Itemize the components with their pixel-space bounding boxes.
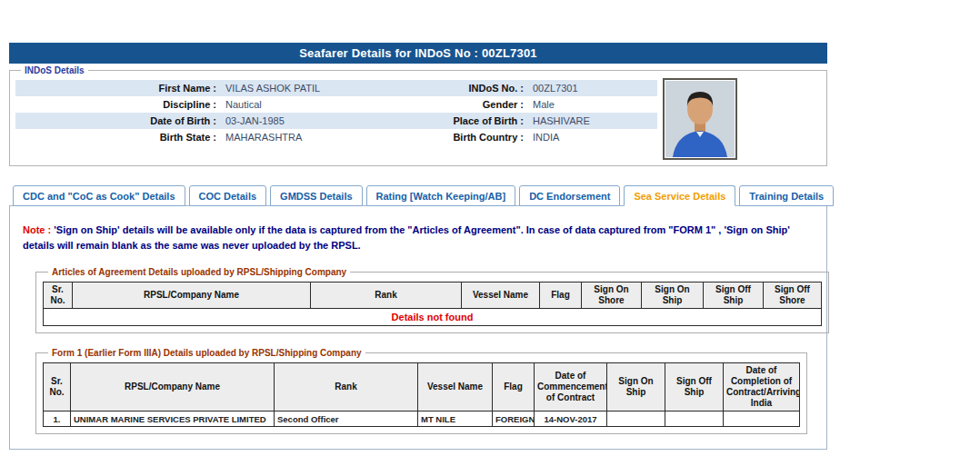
column-header: Sign On Ship — [642, 283, 704, 309]
page-title: Seafarer Details for INDoS No : 00ZL7301 — [9, 43, 827, 64]
tab-rating-watch-keeping-ab[interactable]: Rating [Watch Keeping/AB] — [366, 185, 516, 206]
field-label: Birth State : — [15, 129, 221, 145]
tab-bar: CDC and "CoC as Cook" Details COC Detail… — [9, 185, 827, 206]
indos-details-body: First Name : VILAS ASHOK PATIL INDoS No.… — [15, 78, 821, 160]
field-value: MAHARASHTRA — [221, 129, 419, 145]
field-label: First Name : — [15, 80, 221, 96]
table-row: Details not found — [44, 309, 822, 326]
field-value: VILAS ASHOK PATIL — [221, 80, 419, 96]
field-label: Place of Birth : — [419, 113, 528, 129]
column-header: Date of Completion of Contract/Arriving … — [724, 363, 800, 411]
field-value: 00ZL7301 — [528, 80, 657, 96]
column-header: Rank — [311, 283, 462, 309]
table-row: Date of Birth : 03-JAN-1985 Place of Bir… — [15, 113, 657, 129]
cell-flag: FOREIGN — [493, 411, 535, 427]
column-header: Vessel Name — [418, 363, 493, 411]
field-label: Date of Birth : — [15, 113, 221, 129]
column-header: Sign Off Ship — [665, 363, 724, 411]
portrait-photo-graphic — [665, 81, 735, 157]
column-header: Sign On Shore — [582, 283, 642, 309]
indos-details-section: INDoS Details First Name : VILAS ASHOK P… — [9, 65, 827, 166]
column-header: Sr. No. — [44, 283, 73, 309]
column-header: Rank — [275, 363, 418, 411]
field-value: HASHIVARE — [528, 113, 657, 129]
field-label: Discipline : — [15, 96, 221, 113]
tab-sea-service-details[interactable]: Sea Service Details — [624, 185, 735, 206]
column-header: Date of Commencement of Contract — [535, 363, 607, 411]
seafarer-photo — [663, 78, 737, 160]
column-header: RPSL/Company Name — [73, 283, 311, 309]
cell-rank: Second Officer — [275, 411, 418, 427]
indos-details-table: First Name : VILAS ASHOK PATIL INDoS No.… — [15, 80, 657, 145]
tab-coc-details[interactable]: COC Details — [189, 185, 267, 206]
table-row: Discipline : Nautical Gender : Male — [15, 96, 657, 113]
note-prefix: Note : — [23, 224, 51, 235]
column-header: Sign Off Ship — [704, 283, 764, 309]
field-label: Gender : — [419, 96, 528, 113]
cell-completion-date — [724, 411, 800, 427]
form1-section: Form 1 (Earlier Form IIIA) Details uploa… — [35, 348, 807, 434]
tab-cdc-coc-as-cook-details[interactable]: CDC and "CoC as Cook" Details — [13, 185, 185, 206]
note-body: 'Sign on Ship' details will be available… — [23, 224, 790, 251]
table-row: 1. UNIMAR MARINE SERVICES PRIVATE LIMITE… — [44, 411, 800, 427]
articles-of-agreement-legend: Articles of Agreement Details uploaded b… — [48, 267, 350, 277]
form1-legend: Form 1 (Earlier Form IIIA) Details uploa… — [48, 348, 365, 358]
page: Seafarer Details for INDoS No : 00ZL7301… — [0, 0, 980, 466]
field-value: Male — [528, 96, 657, 113]
column-header: Sign Off Shore — [764, 283, 822, 309]
articles-of-agreement-table: Sr. No. RPSL/Company Name Rank Vessel Na… — [43, 282, 822, 326]
note-text: Note : 'Sign on Ship' details will be av… — [23, 223, 806, 253]
cell-commencement-date: 14-NOV-2017 — [535, 411, 607, 427]
cell-vessel: MT NILE — [418, 411, 493, 427]
cell-sr-no: 1. — [44, 411, 71, 427]
empty-message: Details not found — [44, 309, 822, 326]
field-label: Birth Country : — [419, 129, 528, 145]
column-header: Vessel Name — [462, 283, 540, 309]
indos-details-legend: INDoS Details — [21, 65, 88, 75]
form1-table: Sr. No. RPSL/Company Name Rank Vessel Na… — [43, 362, 800, 427]
table-row: Birth State : MAHARASHTRA Birth Country … — [15, 129, 657, 145]
cell-company: UNIMAR MARINE SERVICES PRIVATE LIMITED — [71, 411, 275, 427]
cell-sign-on-ship — [607, 411, 665, 427]
column-header: Flag — [493, 363, 535, 411]
field-value: INDIA — [528, 129, 657, 145]
tab-gmdss-details[interactable]: GMDSS Details — [270, 185, 362, 206]
cell-sign-off-ship — [665, 411, 724, 427]
column-header: Flag — [540, 283, 582, 309]
table-header-row: Sr. No. RPSL/Company Name Rank Vessel Na… — [44, 283, 822, 309]
column-header: RPSL/Company Name — [71, 363, 275, 411]
column-header: Sr. No. — [44, 363, 71, 411]
column-header: Sign On Ship — [607, 363, 665, 411]
field-value: 03-JAN-1985 — [221, 113, 419, 129]
field-value: Nautical — [221, 96, 419, 113]
articles-of-agreement-section: Articles of Agreement Details uploaded b… — [35, 267, 829, 333]
tab-training-details[interactable]: Training Details — [739, 185, 834, 206]
table-row: First Name : VILAS ASHOK PATIL INDoS No.… — [15, 80, 657, 96]
content-area: Seafarer Details for INDoS No : 00ZL7301… — [9, 43, 827, 450]
field-label: INDoS No. : — [419, 80, 528, 96]
table-header-row: Sr. No. RPSL/Company Name Rank Vessel Na… — [44, 363, 800, 411]
sea-service-details-panel: Note : 'Sign on Ship' details will be av… — [9, 205, 827, 450]
tab-dc-endorsement[interactable]: DC Endorsement — [519, 185, 620, 206]
